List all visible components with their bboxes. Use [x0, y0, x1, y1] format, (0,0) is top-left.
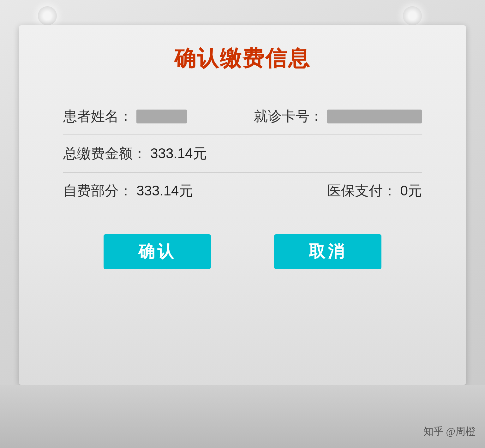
patient-card-row: 患者姓名： 就诊卡号：	[63, 98, 422, 135]
confirm-button[interactable]: 确认	[104, 234, 211, 269]
patient-name-label: 患者姓名：	[63, 107, 133, 126]
patient-name-item: 患者姓名：	[63, 107, 187, 126]
screen-container: 确认缴费信息 患者姓名： 就诊卡号： 总缴费金额： 333.14元 自费部分：	[19, 25, 466, 385]
self-pay-value: 333.14元	[136, 182, 193, 200]
buttons-section: 确认 取消	[104, 234, 381, 269]
total-amount-item: 总缴费金额： 333.14元	[63, 144, 207, 163]
ceiling-light-right	[403, 6, 422, 25]
insurance-item: 医保支付： 0元	[327, 182, 422, 200]
self-pay-item: 自费部分： 333.14元	[63, 182, 193, 200]
total-amount-row: 总缴费金额： 333.14元	[63, 135, 422, 173]
payment-split-row: 自费部分： 333.14元 医保支付： 0元	[63, 173, 422, 209]
card-number-value	[327, 110, 422, 123]
insurance-value: 0元	[400, 182, 422, 200]
watermark: 知乎 @周橙	[423, 425, 476, 439]
ceiling-light-left	[38, 6, 57, 25]
info-section: 患者姓名： 就诊卡号： 总缴费金额： 333.14元 自费部分： 333.14元…	[51, 98, 434, 209]
patient-name-value	[136, 110, 187, 123]
total-amount-label: 总缴费金额：	[63, 144, 147, 163]
bottom-area	[0, 385, 485, 448]
card-number-label: 就诊卡号：	[254, 107, 323, 126]
total-amount-value: 333.14元	[150, 144, 207, 163]
insurance-label: 医保支付：	[327, 182, 397, 200]
self-pay-label: 自费部分：	[63, 182, 133, 200]
card-number-item: 就诊卡号：	[254, 107, 422, 126]
cancel-button[interactable]: 取消	[274, 234, 381, 269]
page-title: 确认缴费信息	[174, 44, 311, 73]
